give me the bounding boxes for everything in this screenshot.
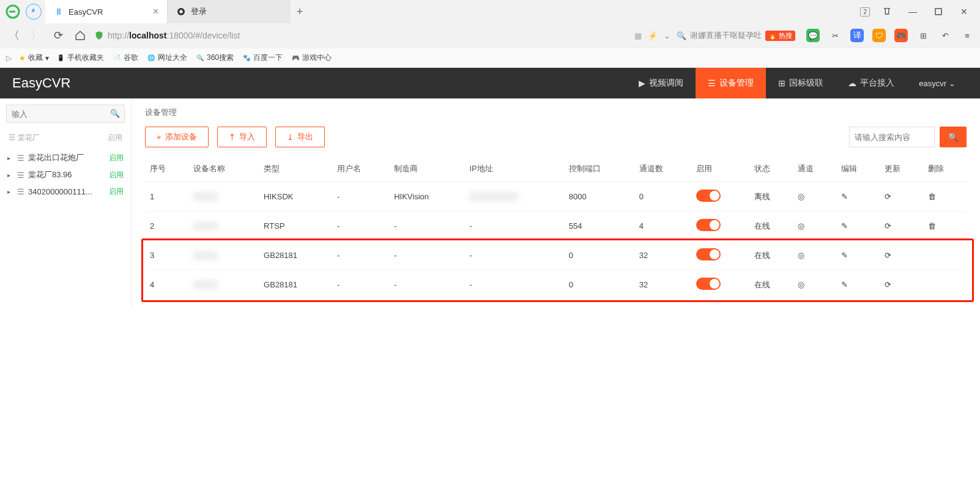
channel-icon[interactable]: ◎ [798,280,804,289]
cell-port: 0 [564,270,634,300]
search-icon[interactable]: 🔍 [110,109,120,118]
cell-name: [blur] [188,212,259,241]
app-title: EasyCVR [12,75,70,91]
user-menu[interactable]: easycvr ⌄ [907,79,968,88]
ext-menu-icon[interactable]: ≡ [960,29,974,42]
address-bar[interactable]: http://localhost:18000/#/device/list [94,31,628,40]
cell-type: GB28181 [259,241,332,270]
close-window-button[interactable]: ✕ [956,3,973,20]
cell-name: [blur] [188,270,259,300]
bookmark-item[interactable]: 📄谷歌 [113,53,138,63]
tab-favicon-icon [176,7,186,17]
ext-scissors-icon[interactable]: ✂ [828,29,842,42]
export-button[interactable]: ⤓导出 [275,127,325,147]
tree-item[interactable]: ▸☰3402000000111...启用 [6,183,125,200]
cell-idx: 3 [145,241,188,270]
ext-shield-icon[interactable]: 🛡 [872,29,886,42]
ext-translate-icon[interactable]: 译 [850,29,864,42]
cell-enable [691,212,749,241]
bookmark-icon: 📄 [113,54,121,62]
table-row: 2[blur]RTSP---5544在线◎✎⟳🗑 [145,212,967,241]
bookmark-item[interactable]: 📱手机收藏夹 [56,53,104,63]
cell-user: - [332,212,389,241]
nav-grid[interactable]: ⊞国标级联 [766,68,836,98]
edit-icon[interactable]: ✎ [841,221,848,231]
channel-icon[interactable]: ◎ [798,251,804,260]
svg-rect-3 [935,9,941,15]
compass-icon[interactable] [26,4,42,20]
refresh-icon[interactable]: ⟳ [885,192,891,201]
cell-edit: ✎ [836,270,880,300]
enable-toggle[interactable] [696,278,721,290]
breadcrumb: 设备管理 [145,107,967,118]
cell-ch: 32 [634,241,691,270]
refresh-icon[interactable]: ⟳ [885,251,891,260]
minimize-button[interactable]: — [904,3,921,20]
cell-channel: ◎ [793,212,836,241]
tree-item[interactable]: ▸☰棠花出口花炮厂启用 [6,149,125,166]
wardrobe-icon[interactable] [878,3,896,20]
refresh-icon[interactable]: ⟳ [885,280,891,289]
table-row: 3[blur]GB28181---032在线◎✎⟳ [145,241,967,270]
edit-icon[interactable]: ✎ [841,251,848,260]
delete-icon[interactable]: 🗑 [928,192,936,201]
add-device-button[interactable]: +添加设备 [145,127,209,147]
nav-play[interactable]: ▶视频调阅 [626,68,696,98]
ext-chat-icon[interactable]: 💬 [806,29,820,42]
cell-delete [923,241,967,270]
tree-item[interactable]: ▸☰棠花厂83.96启用 [6,166,125,183]
svg-point-2 [179,10,182,13]
bookmark-star[interactable]: ★收藏 ▾ [19,53,49,63]
browser-search[interactable]: 🔍 谢娜直播干呕疑孕吐 🔥 热搜 [677,30,795,41]
browser-tab[interactable]: EasyCVR× [45,0,168,23]
enable-toggle[interactable] [696,219,721,231]
bookmark-icon: 🐾 [242,54,251,62]
cell-enable [691,182,749,212]
cell-port: 554 [564,212,634,241]
qr-icon[interactable]: ▦ [634,31,642,40]
chevron-down-icon[interactable]: ⌄ [664,31,670,40]
bookmark-item[interactable]: 🌐网址大全 [147,53,187,63]
sidebar-search-input[interactable] [6,105,125,123]
edit-icon[interactable]: ✎ [841,280,848,289]
reload-button[interactable]: ⟳ [50,28,66,43]
ext-undo-icon[interactable]: ↶ [938,29,952,42]
edit-icon[interactable]: ✎ [841,192,848,201]
nav-list[interactable]: ☰设备管理 [696,68,766,98]
col-header: 启用 [691,156,749,182]
enable-toggle[interactable] [696,248,721,260]
col-header: IP地址 [464,156,563,182]
col-header: 更新 [880,156,923,182]
channel-icon[interactable]: ◎ [798,221,804,231]
bookmark-item[interactable]: 🔍360搜索 [196,53,234,63]
bookmark-item[interactable]: 🎮游戏中心 [291,53,332,63]
tree-head-left: ☰棠花厂 [9,133,40,143]
new-tab-button[interactable]: + [290,6,310,18]
maximize-button[interactable] [930,3,947,20]
delete-icon[interactable]: 🗑 [928,221,936,231]
cell-user: - [332,182,389,212]
close-tab-button[interactable]: × [153,6,158,17]
refresh-icon[interactable]: ⟳ [885,221,891,231]
table-search-input[interactable] [849,127,935,147]
cell-delete [923,270,967,300]
cell-edit: ✎ [836,182,880,212]
enable-toggle[interactable] [696,190,721,202]
ext-game-icon[interactable]: 🎮 [894,29,908,42]
home-button[interactable] [72,28,88,43]
search-hint: 谢娜直播干呕疑孕吐 [690,30,762,41]
ext-grid-icon[interactable]: ⊞ [916,29,930,42]
back-button[interactable]: 〈 [6,28,22,43]
nav-cloud[interactable]: ☁平台接入 [836,68,907,98]
bolt-icon[interactable]: ⚡ [648,31,658,40]
channel-icon[interactable]: ◎ [798,192,804,201]
browser-tab[interactable]: 登录 [168,0,290,23]
cell-refresh: ⟳ [880,212,923,241]
cell-channel: ◎ [793,182,836,212]
bookmark-item[interactable]: 🐾百度一下 [242,53,283,63]
search-button[interactable]: 🔍 [940,127,967,147]
cell-user: - [332,270,389,300]
import-button[interactable]: ⤒导入 [217,127,267,147]
forward-button[interactable]: 〉 [28,28,44,43]
bookmark-toggle-icon[interactable]: ▷ [6,54,12,62]
